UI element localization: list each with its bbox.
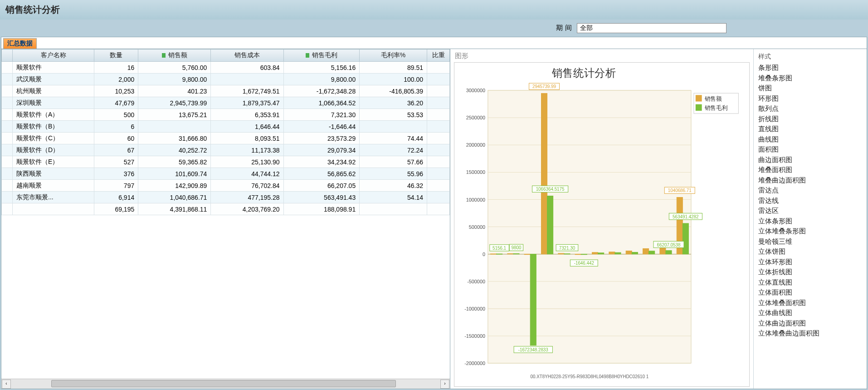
tab-summary[interactable]: 汇总数据 (3, 38, 37, 49)
cell-cost: 11,173.38 (211, 144, 283, 156)
bar[interactable] (575, 254, 581, 255)
style-option[interactable]: 立体堆叠面积图 (757, 298, 863, 308)
style-option[interactable]: 环形图 (757, 94, 863, 104)
col-qty[interactable]: 数量 (94, 49, 138, 62)
style-option[interactable]: 立体曲线图 (757, 308, 863, 318)
cell-margin: 89.51 (360, 62, 427, 74)
style-option[interactable]: 立体折线图 (757, 267, 863, 277)
table-row[interactable]: 顺景软件（C）6031,666.808,093.5123,573.2974.44 (2, 133, 450, 144)
cell-sales: 13,675.21 (138, 109, 211, 121)
table-row[interactable]: 顺景软件（A）50013,675.216,353.917,321.3053.53 (2, 109, 450, 121)
style-option[interactable]: 立体堆叠条形图 (757, 226, 863, 237)
bar[interactable] (683, 223, 688, 254)
col-weight[interactable]: 比重 (427, 49, 450, 62)
row-handle[interactable] (2, 180, 13, 192)
row-handle[interactable] (2, 133, 13, 144)
bar[interactable] (497, 254, 502, 254)
bar[interactable] (666, 251, 672, 254)
style-option[interactable]: 立体环形图 (757, 257, 863, 267)
row-handle[interactable] (2, 97, 13, 109)
style-option[interactable]: 立体直线图 (757, 277, 863, 288)
bar[interactable] (598, 253, 604, 254)
style-option[interactable]: 立体堆叠曲边面积图 (757, 328, 863, 339)
cell-qty: 2,000 (94, 74, 138, 85)
row-handle[interactable] (2, 109, 13, 121)
data-label: 2945739.99 (532, 84, 556, 89)
bar[interactable] (547, 196, 553, 254)
cell-qty: 60 (94, 133, 138, 144)
row-handle[interactable] (2, 74, 13, 85)
cell-sales: 5,760.00 (138, 62, 211, 74)
period-input[interactable] (577, 23, 727, 33)
style-option[interactable]: 立体面积图 (757, 287, 863, 298)
bar[interactable] (524, 254, 530, 255)
cell-weight (427, 156, 450, 168)
scroll-right-button[interactable]: › (440, 380, 449, 389)
bar[interactable] (649, 251, 655, 254)
style-option[interactable]: 折线图 (757, 114, 863, 124)
row-handle[interactable] (2, 121, 13, 133)
bar[interactable] (632, 252, 638, 254)
col-margin[interactable]: 毛利率% (360, 49, 427, 62)
style-option[interactable]: 雷达线 (757, 196, 863, 206)
style-option[interactable]: 散列点 (757, 104, 863, 114)
scroll-left-button[interactable]: ‹ (2, 380, 11, 389)
row-handle[interactable] (2, 156, 13, 168)
table-row[interactable]: 顺景软件（D）6740,252.7211,173.3829,079.3472.2… (2, 144, 450, 156)
style-option[interactable]: 饼图 (757, 83, 863, 94)
bar[interactable] (490, 254, 496, 254)
table-row[interactable]: 顺景软件（B）61,646.44-1,646.44 (2, 121, 450, 133)
table-row[interactable]: 杭州顺景10,253401.231,672,749.51-1,672,348.2… (2, 85, 450, 97)
col-sales[interactable]: 销售额 (138, 49, 211, 62)
col-cost[interactable]: 销售成本 (211, 49, 283, 62)
style-option[interactable]: 面积图 (757, 144, 863, 155)
table-row[interactable]: 陕西顺景376101,609.7444,744.1256,865.6255.96 (2, 168, 450, 180)
table-row[interactable]: 越南顺景797142,909.8976,702.8466,207.0546.32 (2, 180, 450, 192)
style-option[interactable]: 立体饼图 (757, 247, 863, 257)
bar[interactable] (558, 253, 564, 254)
chart-title: 销售统计分析 (551, 66, 616, 79)
style-option[interactable]: 曲线图 (757, 134, 863, 145)
row-handle[interactable] (2, 168, 13, 180)
style-option[interactable]: 堆叠条形图 (757, 73, 863, 84)
table-row[interactable]: 深圳顺景47,6792,945,739.991,879,375.471,066,… (2, 97, 450, 109)
bar[interactable] (581, 254, 587, 255)
bar[interactable] (541, 94, 547, 254)
cell-profit: 29,079.34 (283, 144, 360, 156)
style-option[interactable]: 立体条形图 (757, 216, 863, 227)
horizontal-scrollbar[interactable]: ‹ › (1, 379, 450, 389)
table-row[interactable]: 武汉顺景2,0009,800.009,800.00100.00 (2, 74, 450, 85)
cell-customer: 顺景软件（B） (13, 121, 94, 133)
row-handle[interactable] (2, 192, 13, 203)
row-handle[interactable] (2, 144, 13, 156)
bar[interactable] (615, 252, 621, 254)
col-customer[interactable]: 客户名称 (13, 49, 94, 62)
bar[interactable] (609, 252, 615, 254)
col-profit[interactable]: 销售毛利 (283, 49, 360, 62)
style-option[interactable]: 条形图 (757, 63, 863, 73)
bar[interactable] (507, 254, 513, 254)
cell-qty: 16 (94, 62, 138, 74)
style-option[interactable]: 直线图 (757, 124, 863, 134)
bar[interactable] (626, 251, 632, 254)
bar[interactable] (513, 254, 519, 254)
scroll-thumb[interactable] (51, 380, 396, 387)
style-option[interactable]: 立体曲边面积图 (757, 318, 863, 329)
style-option[interactable]: 雷达区 (757, 206, 863, 216)
style-option[interactable]: 曼哈顿三维 (757, 237, 863, 247)
period-label: 期 间 (556, 24, 571, 31)
row-handle[interactable] (2, 62, 13, 74)
bar[interactable] (643, 248, 649, 254)
bar[interactable] (564, 254, 570, 254)
row-handle[interactable] (2, 85, 13, 97)
table-row[interactable]: 顺景软件165,760.00603.845,156.1689.51 (2, 62, 450, 74)
style-option[interactable]: 堆叠面积图 (757, 165, 863, 175)
style-option[interactable]: 堆叠曲边面积图 (757, 175, 863, 186)
style-option[interactable]: 曲边面积图 (757, 155, 863, 165)
col-blank[interactable] (2, 49, 13, 62)
table-row[interactable]: 顺景软件（E）52759,365.8225,130.9034,234.9257.… (2, 156, 450, 168)
bar[interactable] (530, 254, 536, 346)
bar[interactable] (592, 252, 598, 254)
style-option[interactable]: 雷达点 (757, 185, 863, 196)
table-row[interactable]: 东莞市顺景...6,9141,040,686.71477,195.28563,4… (2, 192, 450, 203)
